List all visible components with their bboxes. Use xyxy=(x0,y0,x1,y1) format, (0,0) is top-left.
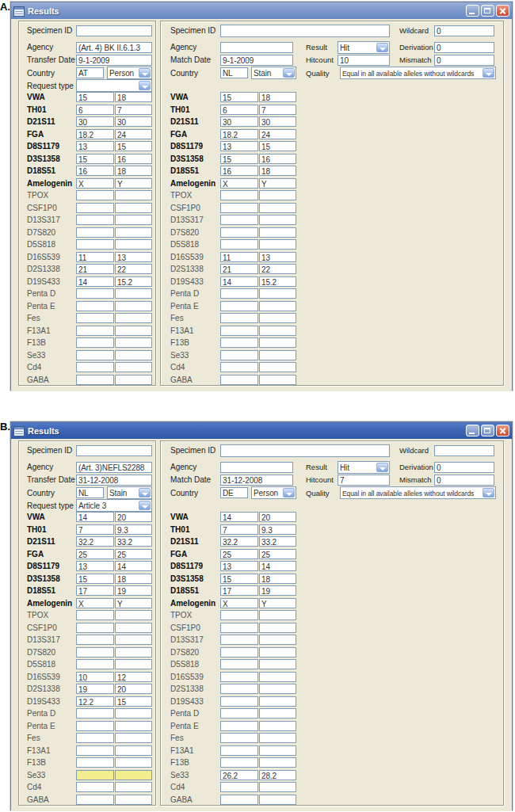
chevron-down-icon[interactable] xyxy=(376,463,388,472)
allele-d5s818-2[interactable] xyxy=(259,659,296,669)
allele-d8s1179-1[interactable]: 13 xyxy=(220,141,258,151)
allele-penta-d-1[interactable] xyxy=(76,708,114,719)
close-button[interactable] xyxy=(496,5,509,17)
allele-d19s433-2[interactable]: 15 xyxy=(115,696,152,707)
allele-d19s433-1[interactable] xyxy=(220,696,258,707)
allele-d21s11-1[interactable]: 30 xyxy=(76,116,114,127)
allele-th01-2[interactable]: 7 xyxy=(259,105,296,115)
allele-fes-1[interactable] xyxy=(76,733,114,743)
request-type-select[interactable]: Article 3 xyxy=(76,499,152,512)
allele-csf1p0-2[interactable] xyxy=(259,203,296,213)
allele-d2s1338-1[interactable]: 19 xyxy=(76,684,114,694)
allele-se33-2[interactable] xyxy=(115,350,152,360)
allele-amelogenin-2[interactable]: Y xyxy=(115,598,152,608)
allele-d19s433-2[interactable]: 15.2 xyxy=(259,276,296,287)
allele-d21s11-1[interactable]: 32.2 xyxy=(220,536,258,547)
allele-d18s51-2[interactable]: 18 xyxy=(259,166,296,176)
mismatch-field[interactable]: 0 xyxy=(434,55,494,66)
match-date-field[interactable]: 31-12-2008 xyxy=(220,475,293,486)
allele-f13a1-1[interactable] xyxy=(220,326,258,336)
allele-d5s818-2[interactable] xyxy=(115,659,152,669)
allele-gaba-1[interactable] xyxy=(220,795,258,805)
allele-d21s11-2[interactable]: 30 xyxy=(115,116,152,127)
allele-d19s433-1[interactable]: 14 xyxy=(220,276,258,287)
chevron-down-icon[interactable] xyxy=(376,43,388,52)
allele-th01-1[interactable]: 7 xyxy=(220,524,258,535)
allele-d3s1358-2[interactable]: 16 xyxy=(115,154,152,164)
allele-d2s1338-2[interactable]: 20 xyxy=(115,684,152,694)
allele-d2s1338-2[interactable]: 22 xyxy=(115,264,152,274)
allele-d2s1338-2[interactable]: 22 xyxy=(259,264,296,274)
allele-tpox-2[interactable] xyxy=(115,190,152,200)
specimen-type-select[interactable]: Stain xyxy=(107,486,152,499)
allele-d2s1338-2[interactable] xyxy=(259,684,296,694)
quality-select[interactable]: Equal in all available alleles without w… xyxy=(340,67,496,79)
allele-f13a1-1[interactable] xyxy=(76,326,114,336)
allele-d7s820-2[interactable] xyxy=(259,227,296,238)
allele-d18s51-2[interactable]: 19 xyxy=(259,585,296,596)
allele-d13s317-1[interactable] xyxy=(76,215,114,225)
allele-d16s539-1[interactable]: 11 xyxy=(76,252,114,262)
allele-vwa-1[interactable]: 15 xyxy=(220,92,258,102)
allele-amelogenin-1[interactable]: X xyxy=(76,178,114,189)
allele-th01-2[interactable]: 7 xyxy=(115,105,152,115)
allele-penta-e-2[interactable] xyxy=(115,721,152,731)
allele-d8s1179-1[interactable]: 13 xyxy=(76,561,114,571)
allele-d3s1358-2[interactable]: 16 xyxy=(259,154,296,164)
allele-d3s1358-2[interactable]: 18 xyxy=(115,574,152,584)
allele-cd4-2[interactable] xyxy=(115,782,152,792)
allele-fes-1[interactable] xyxy=(220,733,258,743)
allele-se33-2[interactable]: 28.2 xyxy=(259,770,296,780)
allele-d8s1179-2[interactable]: 15 xyxy=(259,141,296,151)
agency-field[interactable] xyxy=(220,462,293,473)
allele-amelogenin-2[interactable]: Y xyxy=(259,178,296,189)
allele-penta-e-2[interactable] xyxy=(115,301,152,311)
allele-tpox-2[interactable] xyxy=(115,610,152,620)
specimen-type-select[interactable]: Person xyxy=(107,67,152,79)
allele-d16s539-2[interactable]: 12 xyxy=(115,672,152,682)
allele-fes-1[interactable] xyxy=(76,313,114,323)
allele-tpox-2[interactable] xyxy=(259,190,296,200)
allele-d13s317-2[interactable] xyxy=(259,215,296,225)
chevron-down-icon[interactable] xyxy=(483,488,494,497)
country-code-field[interactable]: AT xyxy=(76,67,104,78)
allele-th01-1[interactable]: 6 xyxy=(76,105,114,115)
allele-d16s539-2[interactable] xyxy=(259,672,296,682)
allele-cd4-1[interactable] xyxy=(76,782,114,792)
allele-d13s317-2[interactable] xyxy=(115,635,152,645)
allele-f13b-1[interactable] xyxy=(76,337,114,348)
derivation-field[interactable]: 0 xyxy=(434,462,494,473)
allele-vwa-2[interactable]: 18 xyxy=(259,92,296,102)
allele-d5s818-2[interactable] xyxy=(259,239,296,250)
allele-cd4-2[interactable] xyxy=(115,362,152,372)
allele-cd4-2[interactable] xyxy=(259,782,296,792)
allele-se33-2[interactable] xyxy=(259,350,296,360)
allele-d19s433-1[interactable]: 12.2 xyxy=(76,696,114,707)
allele-tpox-1[interactable] xyxy=(220,610,258,620)
allele-penta-d-2[interactable] xyxy=(259,708,296,719)
chevron-down-icon[interactable] xyxy=(283,68,295,78)
allele-d18s51-2[interactable]: 18 xyxy=(115,166,152,176)
allele-gaba-1[interactable] xyxy=(76,375,114,385)
allele-amelogenin-2[interactable]: Y xyxy=(115,178,152,189)
allele-amelogenin-1[interactable]: X xyxy=(76,598,114,608)
allele-penta-e-2[interactable] xyxy=(259,301,296,311)
allele-gaba-2[interactable] xyxy=(259,795,296,805)
wildcard-field[interactable] xyxy=(434,445,494,456)
allele-tpox-2[interactable] xyxy=(259,610,296,620)
allele-d13s317-2[interactable] xyxy=(259,635,296,645)
specimen-type-select[interactable]: Stain xyxy=(251,67,296,79)
allele-penta-e-1[interactable] xyxy=(220,301,258,311)
hitcount-field[interactable]: 10 xyxy=(338,55,390,66)
allele-gaba-1[interactable] xyxy=(76,795,114,805)
allele-d18s51-1[interactable]: 17 xyxy=(220,585,258,596)
allele-d16s539-1[interactable] xyxy=(220,672,258,682)
allele-fga-2[interactable]: 24 xyxy=(259,129,296,139)
allele-se33-1[interactable]: 26.2 xyxy=(220,770,258,780)
allele-d19s433-2[interactable]: 15.2 xyxy=(115,276,152,287)
allele-d19s433-2[interactable] xyxy=(259,696,296,707)
allele-d21s11-2[interactable]: 33.2 xyxy=(259,536,296,547)
allele-f13b-1[interactable] xyxy=(220,757,258,768)
allele-f13b-2[interactable] xyxy=(259,337,296,348)
allele-d7s820-1[interactable] xyxy=(76,227,114,238)
